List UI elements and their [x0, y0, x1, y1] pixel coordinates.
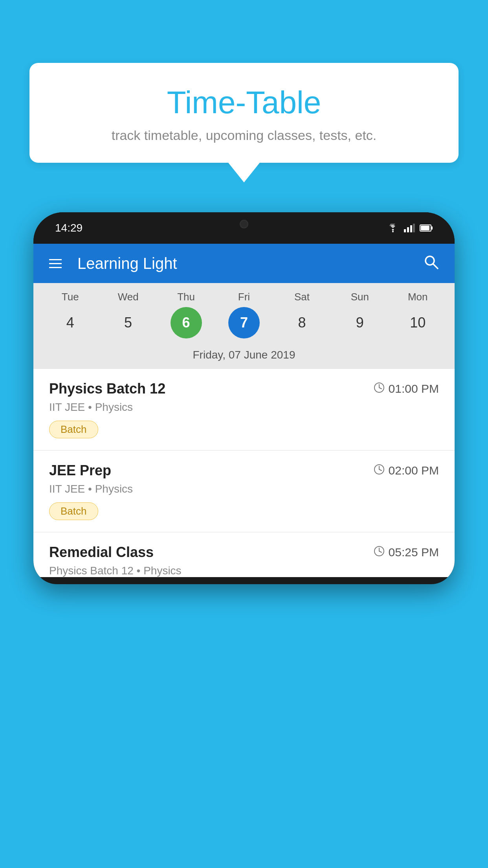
app-bar: Learning Light	[33, 244, 455, 283]
class-1-name: Physics Batch 12	[49, 381, 165, 397]
class-1-meta: IIT JEE • Physics	[49, 401, 439, 414]
speech-bubble-arrow	[228, 163, 260, 182]
camera	[240, 220, 248, 228]
class-item-1[interactable]: Physics Batch 12 01:00 PM IIT JEE • Phys…	[33, 368, 455, 450]
svg-line-15	[379, 469, 382, 471]
svg-rect-6	[431, 226, 433, 230]
menu-line-1	[49, 259, 62, 260]
day-6-today[interactable]: 6	[171, 307, 202, 338]
phone-notch	[213, 212, 275, 236]
day-9[interactable]: 9	[344, 307, 376, 338]
class-item-3[interactable]: Remedial Class 05:25 PM Physics Batch 12…	[33, 532, 455, 577]
class-2-time-text: 02:00 PM	[389, 464, 439, 477]
speech-bubble-subtitle: track timetable, upcoming classes, tests…	[53, 128, 435, 143]
day-header-fri: Fri	[216, 291, 272, 303]
class-2-meta: IIT JEE • Physics	[49, 483, 439, 495]
menu-line-3	[49, 267, 62, 268]
clock-icon-3	[374, 546, 385, 559]
hamburger-menu-icon[interactable]	[49, 259, 62, 268]
svg-rect-4	[413, 224, 415, 232]
svg-point-0	[392, 231, 394, 232]
status-icons	[387, 224, 433, 232]
search-icon[interactable]	[423, 254, 439, 273]
day-4[interactable]: 4	[55, 307, 86, 338]
day-header-sat: Sat	[274, 291, 329, 303]
menu-line-2	[49, 263, 62, 264]
day-headers: Tue Wed Thu Fri Sat Sun Mon	[41, 291, 447, 307]
class-3-time: 05:25 PM	[374, 546, 439, 559]
class-1-time-text: 01:00 PM	[389, 382, 439, 395]
svg-rect-2	[407, 227, 409, 232]
svg-line-9	[433, 264, 438, 268]
day-header-thu: Thu	[159, 291, 214, 303]
day-header-mon: Mon	[390, 291, 445, 303]
battery-icon	[420, 224, 433, 232]
class-3-time-text: 05:25 PM	[389, 546, 439, 559]
phone-frame: 14:29	[33, 212, 455, 584]
day-header-sun: Sun	[332, 291, 387, 303]
day-7-selected[interactable]: 7	[228, 307, 260, 338]
class-item-1-header: Physics Batch 12 01:00 PM	[49, 381, 439, 397]
signal-icon	[404, 224, 415, 232]
clock-icon-1	[374, 382, 385, 396]
status-bar: 14:29	[33, 212, 455, 244]
svg-line-18	[379, 551, 382, 552]
calendar-week: Tue Wed Thu Fri Sat Sun Mon 4 5 6 7 8 9 …	[33, 283, 455, 368]
class-3-name: Remedial Class	[49, 544, 154, 561]
day-5[interactable]: 5	[112, 307, 144, 338]
svg-rect-7	[421, 226, 429, 230]
clock-icon-2	[374, 464, 385, 478]
class-item-2-header: JEE Prep 02:00 PM	[49, 462, 439, 479]
day-8[interactable]: 8	[286, 307, 317, 338]
class-2-name: JEE Prep	[49, 462, 111, 479]
class-item-2[interactable]: JEE Prep 02:00 PM IIT JEE • Physics Batc…	[33, 450, 455, 532]
svg-line-12	[379, 388, 382, 389]
day-header-tue: Tue	[43, 291, 98, 303]
svg-rect-3	[410, 225, 412, 232]
class-1-batch-tag: Batch	[49, 421, 98, 438]
svg-rect-1	[404, 229, 406, 232]
class-1-time: 01:00 PM	[374, 382, 439, 396]
phone-wrapper: 14:29	[33, 212, 455, 868]
speech-bubble-title: Time-Table	[53, 85, 435, 121]
day-header-wed: Wed	[101, 291, 156, 303]
class-2-time: 02:00 PM	[374, 464, 439, 478]
class-3-meta: Physics Batch 12 • Physics	[49, 565, 439, 577]
app-bar-title: Learning Light	[77, 255, 407, 272]
status-time: 14:29	[55, 222, 83, 234]
class-2-batch-tag: Batch	[49, 502, 98, 520]
wifi-icon	[387, 224, 399, 232]
speech-bubble-container: Time-Table track timetable, upcoming cla…	[29, 63, 459, 182]
day-10[interactable]: 10	[402, 307, 433, 338]
speech-bubble: Time-Table track timetable, upcoming cla…	[29, 63, 459, 163]
class-item-3-header: Remedial Class 05:25 PM	[49, 544, 439, 561]
day-numbers: 4 5 6 7 8 9 10	[41, 307, 447, 345]
selected-date-label: Friday, 07 June 2019	[41, 345, 447, 368]
